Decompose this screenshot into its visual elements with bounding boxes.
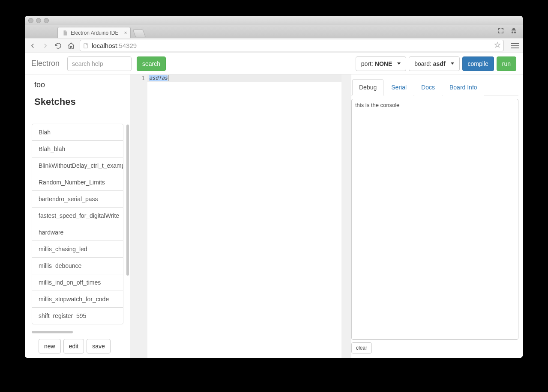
port-value: NONE [375, 60, 392, 67]
port-dropdown[interactable]: port: NONE [356, 56, 406, 71]
sketch-item[interactable]: millis_ind_on_off_times [32, 274, 123, 291]
page-icon [83, 42, 89, 49]
sketch-item[interactable]: Blah_blah [32, 140, 123, 157]
sidebar: foo Sketches BlahBlah_blahBlinkWithoutDe… [25, 74, 130, 358]
sketch-list: BlahBlah_blahBlinkWithoutDelay_ctrl_t_ex… [32, 124, 123, 324]
chrome-menu-button[interactable] [511, 42, 519, 50]
clear-button[interactable]: clear [351, 342, 372, 353]
compile-button[interactable]: compile [462, 56, 494, 71]
search-button[interactable]: search [137, 56, 166, 71]
board-label: board: [414, 60, 431, 67]
board-value: asdf [433, 60, 446, 67]
reload-button[interactable] [54, 42, 63, 50]
panel-tab-serial[interactable]: Serial [384, 79, 413, 95]
caret-down-icon [397, 62, 401, 65]
app-navbar: Electron search port: NONE board: asdf c… [25, 53, 523, 74]
right-panel: DebugSerialDocsBoard Info this is the co… [351, 74, 523, 358]
sidebar-vertical-scrollbar[interactable] [126, 125, 130, 302]
panel-tabs: DebugSerialDocsBoard Info [351, 79, 518, 95]
forward-button[interactable] [41, 42, 50, 50]
incognito-icon [510, 27, 518, 35]
address-bar[interactable]: localhost:54329 [80, 40, 504, 51]
panel-tab-docs[interactable]: Docs [414, 79, 442, 95]
home-button[interactable] [67, 42, 75, 50]
bookmark-star-icon[interactable] [494, 42, 501, 50]
sketch-item[interactable]: bartendro_serial_pass [32, 190, 123, 207]
svg-rect-0 [84, 43, 87, 48]
chrome-toolbar: localhost:54329 [25, 38, 523, 53]
sketch-item[interactable]: fastest_speed_for_digitalWrite [32, 207, 123, 224]
sketch-item[interactable]: hardware [32, 224, 123, 241]
edit-button[interactable]: edit [63, 339, 84, 353]
tab-close-icon[interactable]: × [124, 30, 127, 36]
page-icon [62, 30, 68, 36]
search-input[interactable] [67, 56, 132, 71]
traffic-minimize[interactable] [36, 18, 41, 23]
sidebar-horizontal-scrollbar[interactable] [32, 330, 123, 334]
sketch-item[interactable]: millis_stopwatch_for_code [32, 291, 123, 307]
sketch-item[interactable]: BlinkWithoutDelay_ctrl_t_example [32, 157, 123, 174]
line-number: 1 [130, 75, 145, 81]
traffic-close[interactable] [28, 18, 33, 23]
traffic-zoom[interactable] [44, 18, 49, 23]
chrome-tabstrip: Electron Arduino IDE × [25, 25, 523, 38]
current-sketch-name: foo [29, 79, 130, 90]
sketches-heading: Sketches [29, 90, 130, 113]
sketch-item[interactable]: millis_debounce [32, 257, 123, 274]
editor-gutter: 1 [130, 74, 147, 358]
code-text: asdfas [149, 75, 168, 81]
code-editor[interactable]: 1 asdfas [130, 74, 351, 358]
sketch-item[interactable]: Blah [32, 124, 123, 140]
fullscreen-icon[interactable] [497, 27, 505, 35]
app-brand: Electron [31, 59, 60, 68]
new-tab-button[interactable] [133, 30, 146, 37]
caret-down-icon [451, 62, 454, 65]
mac-titlebar [25, 16, 523, 25]
run-button[interactable]: run [497, 56, 516, 71]
new-button[interactable]: new [39, 339, 61, 353]
board-dropdown[interactable]: board: asdf [409, 56, 459, 71]
browser-tab-title: Electron Arduino IDE [71, 30, 118, 36]
sketch-item[interactable]: millis_chasing_led [32, 241, 123, 257]
url-host: localhost [92, 42, 117, 49]
url-port: :54329 [117, 42, 137, 49]
port-label: port: [361, 60, 373, 67]
panel-tab-board-info[interactable]: Board Info [443, 79, 484, 95]
panel-tab-debug[interactable]: Debug [352, 79, 383, 95]
sketch-item[interactable]: Random_Number_Limits [32, 174, 123, 190]
back-button[interactable] [28, 42, 37, 50]
editor-cursor [168, 75, 168, 81]
console-output[interactable]: this is the console [351, 99, 518, 340]
save-button[interactable]: save [87, 339, 111, 353]
sketch-item[interactable]: shift_register_595 [32, 307, 123, 324]
code-line-1[interactable]: asdfas [147, 74, 341, 82]
browser-tab[interactable]: Electron Arduino IDE × [57, 27, 131, 38]
